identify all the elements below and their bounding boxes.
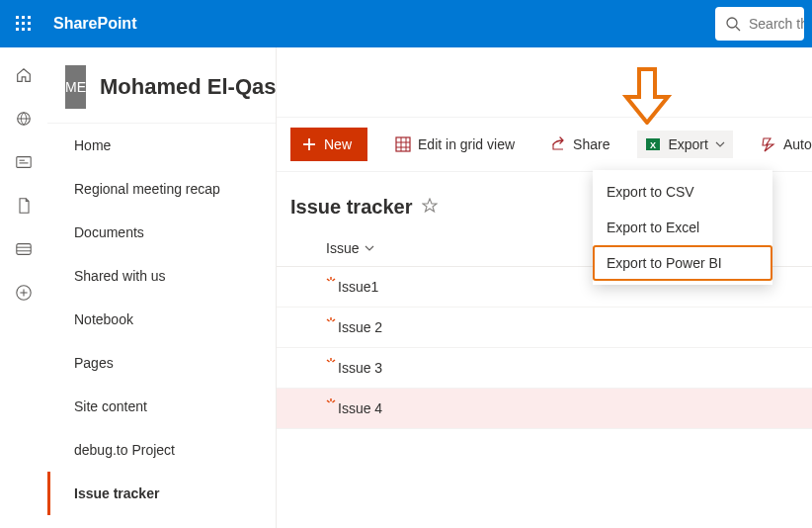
files-icon[interactable] — [14, 196, 34, 216]
new-indicator-icon — [326, 398, 336, 410]
site-title[interactable]: Mohamed El-Qassas — [100, 74, 277, 100]
site-nav-panel: ME Mohamed El-Qassas HomeRegional meetin… — [47, 47, 277, 528]
export-label: Export — [668, 136, 707, 152]
search-icon — [725, 16, 741, 32]
main-content: New Edit in grid view Share X Export Aut… — [277, 47, 812, 528]
svg-line-10 — [736, 27, 740, 31]
brand-label[interactable]: SharePoint — [53, 15, 136, 33]
svg-point-9 — [727, 18, 737, 28]
site-logo[interactable]: ME — [65, 65, 86, 109]
svg-rect-8 — [28, 28, 31, 31]
column-header-issue[interactable]: Issue — [326, 240, 374, 256]
export-button[interactable]: X Export — [637, 131, 732, 158]
star-outline-icon — [422, 198, 438, 214]
svg-rect-4 — [22, 22, 25, 25]
excel-icon: X — [645, 136, 661, 152]
new-indicator-icon — [326, 317, 336, 329]
export-menu-item[interactable]: Export to Power BI — [593, 245, 772, 281]
global-icon[interactable] — [14, 109, 34, 129]
column-header-label: Issue — [326, 240, 359, 256]
svg-rect-0 — [16, 16, 19, 19]
new-indicator-icon — [326, 277, 336, 289]
edit-grid-label: Edit in grid view — [418, 136, 515, 152]
chevron-down-icon — [715, 139, 725, 149]
list-rows: Issue1Issue 2Issue 3Issue 4 — [277, 267, 812, 429]
automate-button[interactable]: Automat — [753, 131, 812, 158]
svg-line-34 — [333, 319, 336, 321]
list-row[interactable]: Issue 4 — [277, 389, 812, 429]
automate-label: Automat — [783, 136, 812, 152]
svg-line-40 — [333, 400, 336, 402]
news-icon[interactable] — [14, 152, 34, 172]
svg-line-32 — [327, 279, 330, 281]
flow-icon — [761, 136, 776, 152]
list-title: Issue tracker — [290, 196, 412, 219]
list-row[interactable]: Issue 2 — [277, 308, 812, 348]
grid-icon — [395, 136, 411, 152]
svg-rect-1 — [22, 16, 25, 19]
share-button[interactable]: Share — [542, 131, 617, 158]
share-icon — [550, 136, 566, 152]
svg-rect-23 — [396, 137, 410, 151]
svg-rect-6 — [16, 28, 19, 31]
nav-item[interactable]: Shared with us — [47, 254, 276, 298]
svg-rect-12 — [17, 157, 31, 168]
svg-rect-15 — [17, 244, 31, 255]
row-title: Issue1 — [338, 279, 378, 295]
nav-item[interactable]: debug.to Project — [47, 428, 276, 472]
svg-line-35 — [327, 319, 330, 321]
new-button[interactable]: New — [290, 128, 367, 161]
list-row[interactable]: Issue 3 — [277, 348, 812, 389]
suite-header: SharePoint — [0, 0, 812, 47]
export-menu-item[interactable]: Export to Excel — [593, 210, 772, 245]
nav-item[interactable]: Issue tracker — [47, 472, 276, 515]
row-title: Issue 4 — [338, 400, 382, 416]
nav-item[interactable]: Home — [47, 124, 276, 167]
svg-line-38 — [327, 360, 330, 362]
home-icon[interactable] — [14, 65, 34, 85]
chevron-down-icon — [365, 243, 374, 253]
row-title: Issue 2 — [338, 319, 382, 335]
svg-rect-2 — [28, 16, 31, 19]
svg-rect-3 — [16, 22, 19, 25]
quick-launch-nav: HomeRegional meeting recapDocumentsShare… — [47, 123, 276, 515]
search-box[interactable] — [715, 7, 804, 41]
svg-text:X: X — [650, 140, 656, 150]
svg-rect-7 — [22, 28, 25, 31]
favorite-toggle[interactable] — [422, 198, 438, 218]
export-menu: Export to CSVExport to ExcelExport to Po… — [593, 170, 772, 285]
plus-icon — [302, 137, 316, 151]
command-bar: New Edit in grid view Share X Export Aut… — [277, 117, 812, 172]
share-label: Share — [573, 136, 609, 152]
nav-item[interactable]: Notebook — [47, 298, 276, 341]
svg-line-37 — [333, 360, 336, 362]
app-launcher[interactable] — [8, 8, 40, 40]
search-input[interactable] — [747, 15, 804, 33]
nav-item[interactable]: Site content — [47, 385, 276, 428]
row-title: Issue 3 — [338, 360, 382, 376]
new-button-label: New — [324, 136, 352, 152]
app-bar — [0, 47, 47, 528]
callout-arrow — [622, 67, 672, 125]
new-indicator-icon — [326, 358, 336, 370]
nav-item[interactable]: Documents — [47, 211, 276, 254]
nav-item[interactable]: Regional meeting recap — [47, 167, 276, 211]
create-icon[interactable] — [14, 283, 34, 303]
lists-icon[interactable] — [14, 239, 34, 259]
waffle-icon — [16, 16, 32, 32]
edit-grid-button[interactable]: Edit in grid view — [387, 131, 523, 158]
svg-line-31 — [333, 279, 336, 281]
nav-item[interactable]: Pages — [47, 341, 276, 385]
svg-rect-5 — [28, 22, 31, 25]
export-menu-item[interactable]: Export to CSV — [593, 174, 772, 210]
site-header: ME Mohamed El-Qassas — [47, 47, 276, 117]
svg-line-41 — [327, 400, 330, 402]
